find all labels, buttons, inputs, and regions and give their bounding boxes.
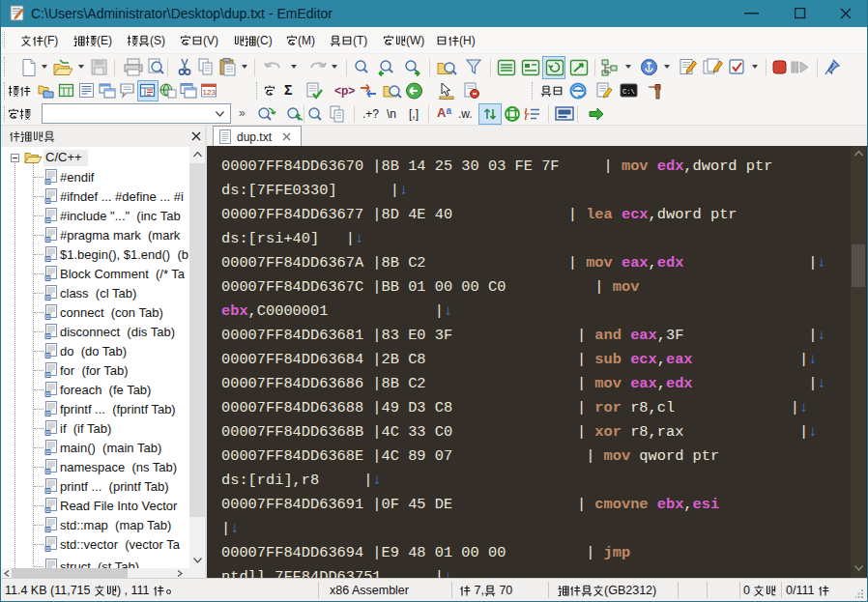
svg-text:C:\: C:\ xyxy=(622,88,635,96)
svg-text:123: 123 xyxy=(203,88,217,97)
